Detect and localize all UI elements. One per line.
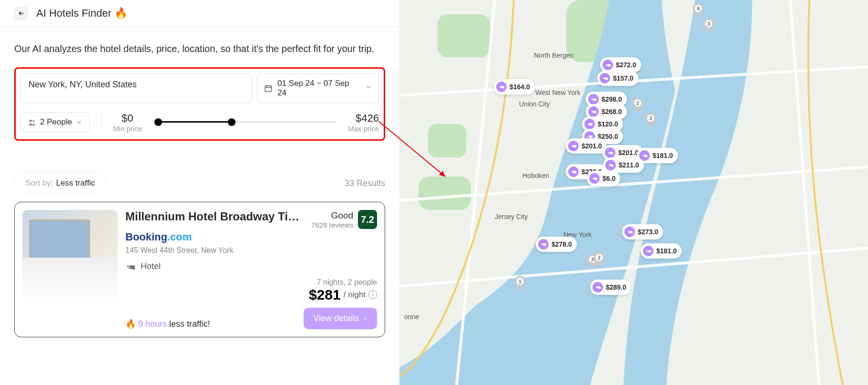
bed-icon	[605, 147, 615, 158]
map-price-marker[interactable]: $201.0	[566, 138, 607, 154]
map-place-label: onne	[404, 313, 419, 321]
map-place-label: West New York	[535, 89, 581, 96]
bed-icon	[588, 94, 599, 104]
bed-icon	[589, 173, 600, 184]
map-price-marker[interactable]: $181.0	[641, 243, 682, 259]
marker-price: $164.0	[510, 83, 530, 91]
bed-icon	[600, 73, 610, 83]
guests-text: 2 People	[40, 117, 72, 127]
bed-icon	[588, 106, 599, 117]
svg-point-2	[32, 120, 34, 122]
bed-icon	[568, 166, 579, 177]
map-price-marker[interactable]: $157.0	[597, 71, 638, 86]
marker-price: $181.0	[653, 152, 673, 159]
slider-max-handle[interactable]	[228, 118, 235, 126]
hotel-name: Millennium Hotel Broadway Times...	[125, 210, 306, 223]
marker-price: $6.0	[602, 175, 615, 182]
per-night-label: / night	[344, 290, 366, 300]
svg-text:1: 1	[519, 279, 521, 284]
svg-rect-6	[428, 124, 466, 157]
results-count: 33 Results	[345, 178, 385, 188]
marker-price: $278.0	[551, 240, 572, 248]
marker-price: $201.0	[582, 142, 602, 150]
svg-text:4: 4	[697, 6, 700, 11]
chevron-down-icon	[365, 83, 372, 93]
map-cluster-pin[interactable]: 2	[593, 252, 605, 267]
calendar-icon	[264, 84, 273, 93]
traffic-info: 🔥 9 hours less traffic!	[125, 319, 210, 329]
marker-price: $181.0	[656, 247, 677, 255]
svg-text:3: 3	[649, 115, 652, 121]
location-input[interactable]: New York, NY, United States	[20, 73, 252, 103]
bed-icon	[602, 60, 613, 70]
svg-point-1	[30, 120, 32, 122]
marker-price: $201.0	[618, 149, 639, 156]
map-place-label: Jersey City	[495, 213, 528, 220]
hotel-type-text: Hotel	[141, 261, 161, 271]
max-price-label: Max price	[348, 125, 379, 133]
date-range-picker[interactable]: 01 Sep 24 ~ 07 Sep 24	[257, 73, 379, 103]
map-place-label: Hoboken	[522, 172, 549, 179]
rating-word: Good	[311, 210, 353, 221]
provider-logo: Booking.com	[125, 231, 377, 243]
max-price-value: $426	[356, 112, 379, 125]
reviews-count: 7629 reviews	[311, 221, 353, 229]
slider-min-handle[interactable]	[154, 118, 162, 126]
marker-price: $268.0	[602, 108, 622, 115]
sort-dropdown[interactable]: Sort by: Less traffic	[14, 172, 106, 194]
map-cluster-pin[interactable]: 3	[644, 113, 657, 128]
map-cluster-pin[interactable]: 3	[703, 18, 715, 33]
svg-rect-7	[419, 177, 471, 210]
bed-icon	[643, 246, 654, 256]
marker-price: $289.0	[606, 283, 626, 291]
chevron-right-icon	[363, 315, 368, 322]
map-place-label: North Bergen	[534, 52, 573, 59]
marker-price: $298.0	[602, 95, 622, 103]
chevron-down-icon	[76, 119, 82, 125]
map-price-marker[interactable]: $6.0	[587, 171, 620, 186]
marker-price: $272.0	[616, 61, 636, 69]
sort-value: Less traffic	[56, 178, 95, 188]
bed-icon	[584, 119, 595, 129]
intro-text: Our AI analyzes the hotel details, price…	[14, 42, 385, 56]
svg-text:2: 2	[636, 100, 639, 106]
people-icon	[28, 118, 36, 126]
svg-rect-4	[438, 14, 490, 57]
info-icon[interactable]: i	[368, 291, 377, 299]
back-button[interactable]	[14, 6, 29, 21]
marker-price: $211.0	[619, 161, 639, 169]
map-viewport[interactable]: North BergenWest New YorkUnion CityHobok…	[399, 0, 868, 385]
map-price-marker[interactable]: $289.0	[590, 280, 631, 295]
bed-icon	[538, 239, 549, 250]
bed-icon	[496, 82, 507, 92]
marker-price: $157.0	[613, 74, 633, 82]
map-price-marker[interactable]: $164.0	[494, 79, 535, 94]
map-price-marker[interactable]: $278.0	[536, 237, 577, 252]
map-cluster-pin[interactable]: 4	[692, 3, 705, 18]
bed-icon	[125, 262, 136, 271]
min-price-value: $0	[122, 112, 133, 125]
search-filters-box: New York, NY, United States 01 Sep 24 ~ …	[14, 67, 385, 141]
hotel-card[interactable]: Millennium Hotel Broadway Times... Good …	[14, 202, 385, 337]
svg-rect-0	[265, 86, 271, 92]
bed-icon	[624, 227, 635, 237]
map-price-marker[interactable]: $273.0	[622, 224, 663, 239]
map-cluster-pin[interactable]: 2	[632, 97, 644, 113]
view-details-button[interactable]: View details	[304, 308, 377, 329]
guests-select[interactable]: 2 People	[20, 112, 90, 132]
bed-icon	[568, 141, 579, 151]
marker-price: $273.0	[638, 228, 658, 236]
price-range-slider[interactable]	[154, 118, 336, 126]
marker-price: $120.0	[598, 120, 618, 128]
svg-text:3: 3	[707, 21, 710, 27]
sort-label: Sort by:	[25, 178, 53, 188]
bed-icon	[605, 160, 616, 170]
rating-score-badge: 7.2	[358, 210, 377, 229]
svg-text:2: 2	[598, 255, 601, 260]
nightly-price: $281	[309, 287, 341, 303]
stay-summary: 7 nights, 2 people	[304, 278, 377, 287]
bed-icon	[592, 282, 603, 292]
date-range-text: 01 Sep 24 ~ 07 Sep 24	[277, 79, 360, 98]
min-price-label: Min price	[113, 125, 142, 133]
map-cluster-pin[interactable]: 1	[514, 276, 526, 291]
